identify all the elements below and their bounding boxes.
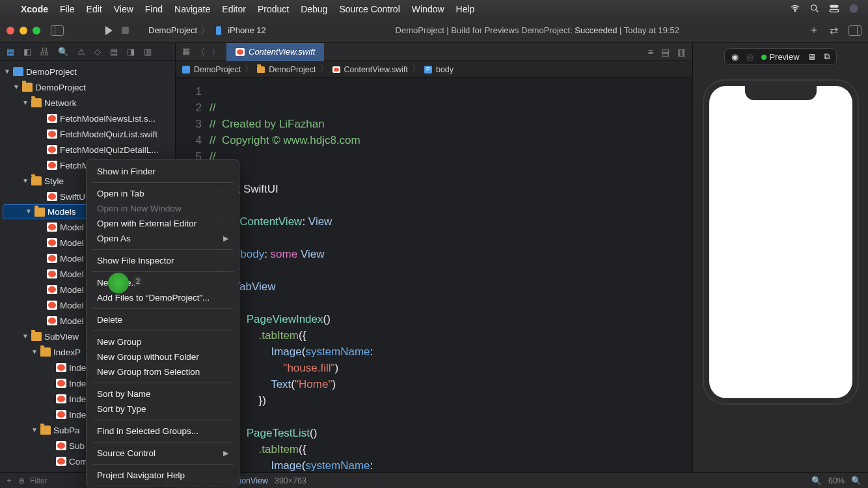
scm-navigator-tab-icon[interactable]: ◧	[23, 47, 31, 57]
stop-button[interactable]	[122, 27, 129, 34]
scheme-selector[interactable]: DemoProject 〉 iPhone 12	[144, 25, 266, 36]
menu-navigate[interactable]: Navigate	[174, 4, 210, 14]
add-editor-icon[interactable]: ▥	[677, 47, 686, 57]
test-navigator-tab-icon[interactable]: ◇	[94, 47, 101, 57]
library-icon[interactable]: ⇄	[830, 24, 838, 36]
jump-bar[interactable]: DemoProject〉 DemoProject〉 ContentView.sw…	[176, 61, 692, 78]
ctx-show-inspector[interactable]: Show File Inspector	[87, 253, 239, 268]
svg-rect-3	[830, 9, 838, 12]
ctx-source-control[interactable]: Source Control▶	[87, 446, 239, 461]
context-menu[interactable]: Show in Finder Open in Tab Open in New W…	[86, 159, 239, 487]
add-file-icon[interactable]: ＋	[5, 475, 13, 486]
scheme-target: DemoProject	[148, 25, 197, 35]
menu-scm[interactable]: Source Control	[339, 4, 400, 14]
duplicate-preview-icon[interactable]: ⧉	[824, 51, 830, 62]
ctx-find-selected[interactable]: Find in Selected Groups...	[87, 424, 239, 439]
ctx-sort-type[interactable]: Sort by Type	[87, 401, 239, 416]
zoom-out-icon[interactable]: 🔍	[811, 476, 822, 485]
report-navigator-tab-icon[interactable]: ▥	[144, 47, 152, 57]
ctx-show-in-finder[interactable]: Show in Finder	[87, 164, 239, 179]
svg-point-4	[849, 4, 858, 12]
editor-options-icon[interactable]: ≡	[648, 47, 653, 57]
canvas-preview: ◉ ◎ Preview 🖥 ⧉	[692, 43, 868, 488]
ctx-open-in-tab[interactable]: Open in Tab	[87, 186, 239, 201]
build-status: DemoProject | Build for Previews DemoPro…	[273, 25, 802, 35]
preview-toolbar[interactable]: ◉ ◎ Preview 🖥 ⧉	[724, 48, 836, 65]
folder-icon	[257, 66, 265, 73]
filter-icon[interactable]: ⊜	[18, 476, 25, 485]
spotlight-icon[interactable]	[809, 3, 820, 16]
ctx-new-group-sel[interactable]: New Group from Selection	[87, 364, 239, 379]
toggle-inspector-icon[interactable]	[848, 25, 861, 36]
add-icon[interactable]: ＋	[809, 23, 819, 37]
app-name[interactable]: Xcode	[21, 4, 48, 14]
chevron-right-icon: ▶	[223, 234, 228, 243]
preview-size: 390×763	[275, 476, 306, 485]
zoom-in-icon[interactable]: 🔍	[851, 476, 861, 485]
menu-debug[interactable]: Debug	[301, 4, 327, 14]
ctx-sort-name[interactable]: Sort by Name	[87, 386, 239, 401]
preview-screen[interactable]	[709, 86, 852, 398]
ctx-new-group[interactable]: New Group	[87, 334, 239, 349]
ctx-add-files[interactable]: Add Files to “DemoProject”...	[87, 290, 239, 305]
chevron-right-icon: 〉	[201, 25, 210, 36]
ctx-open-new-window: Open in New Window	[87, 201, 239, 216]
symbol-navigator-tab-icon[interactable]: 品	[40, 46, 49, 58]
menu-view[interactable]: View	[114, 4, 133, 14]
related-items-icon[interactable]: ▦	[182, 46, 190, 58]
property-icon: P	[424, 66, 432, 74]
device-frame	[703, 79, 859, 405]
swift-file-icon	[236, 48, 245, 56]
issue-navigator-tab-icon[interactable]: ⚠	[77, 47, 85, 57]
editor-tabbar: ▦ 〈 〉 ContentView.swift ≡ ▤ ▥	[176, 43, 692, 61]
debug-navigator-tab-icon[interactable]: ▤	[110, 47, 118, 57]
scheme-device: iPhone 12	[228, 25, 266, 35]
menu-find[interactable]: Find	[145, 4, 163, 14]
project-icon	[182, 66, 190, 74]
run-preview-icon[interactable]: ◉	[731, 52, 739, 62]
menu-window[interactable]: Window	[412, 4, 444, 14]
ctx-delete[interactable]: Delete	[87, 312, 239, 327]
ctx-open-external[interactable]: Open with External Editor	[87, 216, 239, 231]
toggle-navigator-icon[interactable]	[51, 25, 64, 36]
nav-back-icon[interactable]: 〈	[197, 46, 205, 58]
macos-menubar: Xcode File Edit View Find Navigate Edito…	[0, 0, 868, 18]
svg-point-1	[811, 5, 817, 10]
device-icon	[213, 25, 224, 36]
canvas-bottom-bar: 📌 ⟨⟩ NavigationView 390×763 🔍 60% 🔍	[176, 472, 868, 488]
menu-help[interactable]: Help	[456, 4, 475, 14]
menu-editor[interactable]: Editor	[222, 4, 246, 14]
user-icon[interactable]	[848, 3, 859, 16]
swift-file-icon	[332, 66, 340, 73]
run-button[interactable]	[105, 26, 113, 35]
pin-preview-icon[interactable]: ◎	[746, 52, 753, 62]
menu-file[interactable]: File	[60, 4, 75, 14]
menu-edit[interactable]: Edit	[87, 4, 102, 14]
control-center-icon[interactable]	[829, 3, 839, 16]
nav-forward-icon[interactable]: 〉	[211, 46, 220, 58]
svg-point-0	[794, 10, 795, 11]
zoom-level: 60%	[828, 476, 845, 485]
navigator-tabs[interactable]: ▦ ◧ 品 🔍 ⚠ ◇ ▤ ◨ ▥	[0, 43, 175, 61]
traffic-lights[interactable]	[7, 27, 40, 34]
ctx-open-as[interactable]: Open As▶	[87, 231, 239, 246]
tutorial-highlight	[108, 273, 129, 293]
minimize-window-icon[interactable]	[20, 27, 27, 34]
find-navigator-tab-icon[interactable]: 🔍	[58, 47, 68, 57]
wifi-icon[interactable]	[790, 3, 800, 16]
close-window-icon[interactable]	[7, 27, 14, 34]
code-editor[interactable]: 12345 // // Created by LiFazhan // Copyr…	[176, 78, 692, 488]
project-navigator-tab-icon[interactable]: ▦	[7, 47, 14, 57]
active-tab[interactable]: ContentView.swift	[226, 43, 324, 61]
xcode-toolbar: DemoProject 〉 iPhone 12 DemoProject | Bu…	[0, 18, 868, 43]
menu-product[interactable]: Product	[258, 4, 289, 14]
breakpoint-navigator-tab-icon[interactable]: ◨	[127, 47, 135, 57]
adjust-editor-icon[interactable]: ▤	[661, 47, 670, 57]
preview-status: Preview	[761, 52, 799, 62]
device-settings-icon[interactable]: 🖥	[807, 52, 816, 62]
ctx-new-group-nf[interactable]: New Group without Folder	[87, 349, 239, 364]
ctx-nav-help[interactable]: Project Navigator Help	[87, 468, 239, 483]
tutorial-step-badge: 2	[133, 276, 143, 286]
zoom-window-icon[interactable]	[33, 27, 40, 34]
chevron-right-icon: ▶	[223, 449, 228, 457]
